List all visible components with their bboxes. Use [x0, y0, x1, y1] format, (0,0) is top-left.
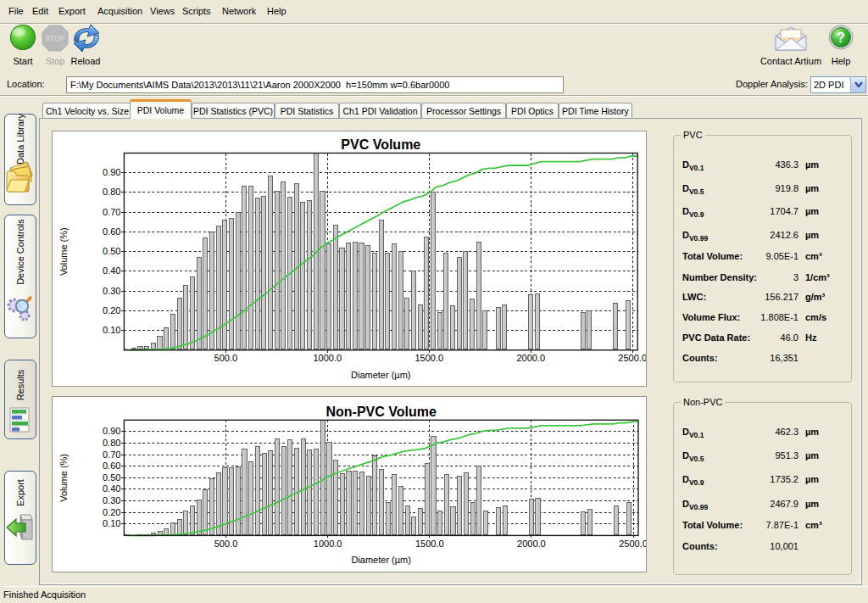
svg-text:0.70: 0.70 — [103, 449, 120, 460]
svg-text:?: ? — [837, 31, 845, 45]
svg-text:0.50: 0.50 — [103, 472, 120, 483]
svg-text:PVC Volume: PVC Volume — [341, 137, 420, 152]
svg-text:1500.0: 1500.0 — [415, 353, 443, 363]
svg-text:Diameter (µm): Diameter (µm) — [351, 370, 411, 380]
svg-text:0.10: 0.10 — [103, 325, 120, 335]
svg-text:Diameter (µm): Diameter (µm) — [351, 555, 411, 565]
svg-text:Non-PVC Volume: Non-PVC Volume — [326, 405, 437, 419]
svg-text:500.0: 500.0 — [214, 539, 238, 549]
svg-text:0.30: 0.30 — [103, 286, 120, 296]
svg-text:0.90: 0.90 — [103, 426, 120, 436]
svg-text:0.90: 0.90 — [103, 167, 120, 177]
svg-text:0.10: 0.10 — [103, 518, 120, 528]
svg-text:2500.0: 2500.0 — [619, 539, 647, 549]
svg-text:0.40: 0.40 — [103, 483, 120, 494]
svg-text:0.20: 0.20 — [103, 507, 120, 517]
svg-text:500.0: 500.0 — [214, 353, 238, 363]
svg-text:Volume (%): Volume (%) — [58, 454, 69, 502]
svg-text:0.70: 0.70 — [103, 207, 120, 217]
svg-text:0.80: 0.80 — [103, 438, 120, 448]
svg-text:1000.0: 1000.0 — [313, 353, 342, 363]
svg-text:0.20: 0.20 — [103, 305, 120, 315]
svg-text:2000.0: 2000.0 — [516, 353, 545, 363]
svg-text:1000.0: 1000.0 — [314, 539, 342, 549]
svg-text:0.80: 0.80 — [103, 187, 120, 197]
svg-text:0.40: 0.40 — [103, 265, 120, 276]
svg-text:STOP: STOP — [46, 34, 65, 42]
svg-text:1500.0: 1500.0 — [415, 539, 444, 549]
svg-text:0.60: 0.60 — [103, 461, 120, 471]
svg-text:0.50: 0.50 — [103, 246, 120, 256]
svg-text:2500.0: 2500.0 — [618, 353, 647, 363]
svg-text:2000.0: 2000.0 — [517, 539, 546, 549]
svg-text:0.30: 0.30 — [103, 495, 120, 505]
svg-text:0.60: 0.60 — [103, 226, 120, 237]
svg-text:Volume (%): Volume (%) — [58, 227, 69, 276]
